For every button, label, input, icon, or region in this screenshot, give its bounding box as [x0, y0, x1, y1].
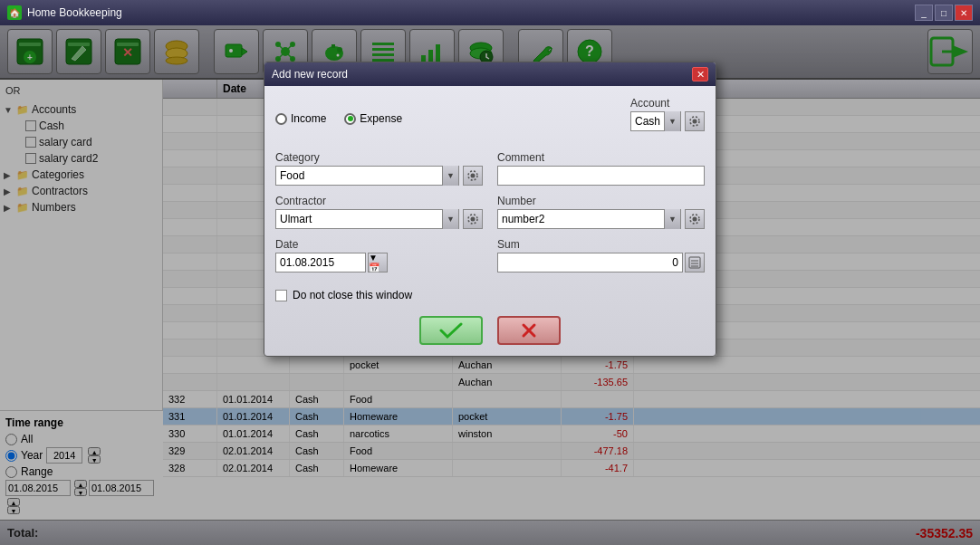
- svg-point-46: [471, 217, 476, 222]
- dialog-ok-btn[interactable]: [419, 316, 483, 345]
- contractor-arrow[interactable]: ▼: [442, 209, 458, 229]
- contractor-field-row: Ulmart ▼: [275, 209, 483, 229]
- no-close-label: Do not close this window: [293, 289, 412, 301]
- svg-point-48: [693, 217, 697, 222]
- category-label: Category: [275, 151, 483, 164]
- no-close-checkbox[interactable]: [275, 290, 287, 301]
- expense-label: Expense: [360, 112, 402, 125]
- account-gear-btn[interactable]: [685, 111, 705, 131]
- sum-input[interactable]: [497, 253, 683, 272]
- dialog-title: Add new record: [272, 68, 692, 81]
- contractor-gear-btn[interactable]: [463, 209, 483, 229]
- sum-label: Sum: [497, 238, 705, 251]
- account-value: Cash: [631, 115, 664, 128]
- dialog-two-col: Category Food ▼ Contractor Ulmart: [275, 151, 705, 282]
- svg-point-42: [693, 120, 697, 124]
- title-bar: 🏠 Home Bookkeeping _ □ ✕: [0, 0, 980, 25]
- date-input[interactable]: [275, 253, 366, 272]
- dialog-checkbox-row: Do not close this window: [275, 289, 705, 301]
- svg-point-44: [471, 174, 476, 178]
- calc-btn[interactable]: [685, 253, 705, 272]
- category-value: Food: [276, 169, 442, 182]
- dialog-close-btn[interactable]: ✕: [692, 67, 708, 81]
- dialog-btn-row: [275, 316, 705, 345]
- number-gear-btn[interactable]: [685, 209, 705, 229]
- account-dropdown[interactable]: Cash ▼: [630, 111, 681, 131]
- comment-label: Comment: [497, 151, 705, 164]
- account-label: Account: [630, 97, 705, 110]
- date-field-row: ▼📅: [275, 253, 483, 272]
- expense-radio[interactable]: [344, 113, 356, 125]
- sum-field-row: [497, 253, 705, 272]
- dialog-radio-row: Income Expense Account Cash ▼: [275, 97, 705, 140]
- maximize-btn[interactable]: □: [935, 5, 953, 21]
- comment-field-row: [497, 166, 705, 186]
- account-arrow[interactable]: ▼: [664, 111, 680, 131]
- dialog-col-left: Category Food ▼ Contractor Ulmart: [275, 151, 483, 282]
- dialog-titlebar: Add new record ✕: [264, 62, 716, 86]
- add-record-dialog: Add new record ✕ Income Expense Account: [264, 62, 716, 357]
- number-label: Number: [497, 195, 705, 207]
- minimize-btn[interactable]: _: [915, 5, 933, 21]
- app-icon: 🏠: [7, 5, 22, 20]
- window-controls: _ □ ✕: [915, 5, 973, 21]
- contractor-label: Contractor: [275, 195, 483, 207]
- comment-input[interactable]: [497, 166, 705, 186]
- number-arrow[interactable]: ▼: [664, 209, 680, 229]
- contractor-value: Ulmart: [276, 213, 442, 225]
- contractor-dropdown[interactable]: Ulmart ▼: [275, 209, 459, 229]
- income-radio[interactable]: [275, 113, 287, 125]
- date-label: Date: [275, 238, 483, 251]
- account-field-row: Cash ▼: [630, 111, 705, 131]
- modal-overlay: Add new record ✕ Income Expense Account: [0, 25, 980, 545]
- dialog-content: Income Expense Account Cash ▼: [264, 86, 716, 356]
- expense-radio-group[interactable]: Expense: [344, 112, 402, 125]
- number-dropdown[interactable]: number2 ▼: [497, 209, 681, 229]
- dialog-col-right: Comment Number number2 ▼ S: [497, 151, 705, 282]
- income-label: Income: [291, 112, 326, 125]
- category-field-row: Food ▼: [275, 166, 483, 186]
- number-value: number2: [498, 213, 664, 225]
- category-gear-btn[interactable]: [463, 166, 483, 186]
- number-field-row: number2 ▼: [497, 209, 705, 229]
- close-btn[interactable]: ✕: [955, 5, 973, 21]
- dialog-cancel-btn[interactable]: [497, 316, 561, 345]
- income-radio-group[interactable]: Income: [275, 112, 326, 125]
- category-dropdown[interactable]: Food ▼: [275, 166, 459, 186]
- app-title: Home Bookkeeping: [27, 6, 915, 19]
- category-arrow[interactable]: ▼: [442, 166, 458, 186]
- date-picker-btn[interactable]: ▼📅: [368, 253, 388, 272]
